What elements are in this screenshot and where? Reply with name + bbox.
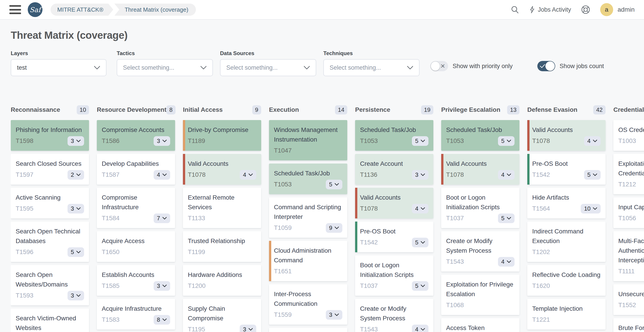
jobs-count-pill[interactable]: 8 [154, 315, 170, 324]
technique-card[interactable]: Boot or Logon Initialization Scripts T10… [441, 188, 520, 228]
jobs-count-pill[interactable]: 10 [581, 204, 600, 214]
technique-title: Exploitation for Privilege Escalation [446, 280, 514, 299]
technique-card[interactable]: Indirect Command Execution T1202 [527, 222, 606, 262]
tactic-count-badge: 9 [252, 105, 261, 114]
breadcrumb-threat-matrix[interactable]: Threat Matrix (coverage) [114, 4, 196, 16]
jobs-count-pill[interactable]: 9 [326, 223, 342, 233]
technique-card[interactable]: Valid Accounts T1078 4 [183, 154, 261, 185]
jobs-count-pill[interactable]: 4 [498, 170, 514, 180]
technique-id: T1056 [618, 215, 636, 222]
technique-card[interactable]: External Remote Services T1133 [183, 188, 261, 228]
jobs-count-pill[interactable]: 4 [584, 136, 600, 146]
technique-card[interactable]: Exploitation for Privilege Escalation T1… [441, 275, 520, 315]
technique-card[interactable]: Compromise Infrastructure T1584 7 [97, 188, 175, 228]
technique-card[interactable]: Compromise Accounts T1586 3 [97, 120, 175, 151]
technique-card[interactable]: Pre-OS Boot T1542 5 [527, 154, 606, 185]
toggle-show-jobs-count[interactable]: ✕ Show jobs count [537, 61, 604, 71]
technique-card[interactable]: Cloud Administration Command T1651 [269, 241, 347, 281]
technique-card[interactable]: Valid Accounts T1078 4 [355, 188, 433, 218]
technique-card[interactable]: Command and Scripting Interpreter T1059 … [269, 197, 347, 238]
jobs-count-pill[interactable]: 5 [498, 214, 514, 223]
toggle-switch[interactable]: ✕ [537, 61, 555, 71]
technique-card[interactable]: Active Scanning T1595 3 [11, 188, 89, 218]
technique-card[interactable]: Brute Force T1110 [613, 318, 644, 332]
layers-select[interactable]: test [11, 59, 106, 76]
menu-hamburger-icon[interactable] [10, 5, 21, 14]
jobs-count-pill[interactable]: 2 [68, 170, 84, 180]
technique-card[interactable]: Develop Capabilities T1587 4 [97, 154, 175, 185]
technique-card[interactable]: Input Capture T1056 [613, 197, 644, 228]
jobs-count-pill[interactable]: 5 [498, 136, 514, 146]
jobs-count-pill[interactable]: 5 [584, 170, 600, 180]
technique-card[interactable]: Hardware Additions T1200 [183, 265, 261, 296]
technique-list: Windows Management Instrumentation T1047… [269, 120, 347, 332]
technique-card[interactable]: Valid Accounts T1078 4 [527, 120, 606, 151]
jobs-count-pill[interactable]: 3 [68, 136, 84, 146]
tactic-column: Credential Access OS Credential Dumping … [613, 104, 644, 332]
jobs-count-pill[interactable]: 7 [154, 214, 170, 223]
jobs-count-pill[interactable]: 4 [498, 257, 514, 267]
chevron-down-icon [304, 66, 310, 69]
toggle-show-priority-only[interactable]: ✕ Show with priority only [430, 61, 513, 71]
technique-card[interactable]: Scheduled Task/Job T1053 5 [441, 120, 520, 151]
data-sources-select[interactable]: Select something... [220, 59, 316, 76]
technique-card[interactable]: Exploitation for Credential Access T1212 [613, 154, 644, 194]
technique-card[interactable]: Create or Modify System Process T1543 4 [441, 231, 520, 271]
technique-card[interactable]: Unsecured Credentials T1552 [613, 284, 644, 315]
jobs-count-pill[interactable]: 4 [412, 204, 428, 214]
jobs-activity-button[interactable]: Jobs Activity [529, 6, 571, 14]
toggle-switch[interactable]: ✕ [430, 61, 448, 71]
jobs-count-pill[interactable]: 5 [412, 136, 428, 146]
technique-card[interactable]: Scheduled Task/Job T1053 5 [269, 163, 347, 194]
technique-card[interactable]: Search Closed Sources T1597 2 [11, 154, 89, 185]
technique-card[interactable]: Pre-OS Boot T1542 5 [355, 222, 433, 252]
jobs-count-pill[interactable]: 3 [154, 136, 170, 146]
breadcrumb-mitre-attack[interactable]: MITRE ATT&CK® [50, 4, 113, 16]
technique-card[interactable]: Search Open Websites/Domains T1593 3 [11, 265, 89, 305]
jobs-count-pill[interactable]: 4 [412, 324, 428, 332]
technique-card[interactable]: Multi-Factor Authentication Interception… [613, 231, 644, 281]
jobs-count-pill[interactable]: 3 [240, 324, 256, 332]
technique-card[interactable]: Valid Accounts T1078 4 [441, 154, 520, 185]
technique-card[interactable]: Drive-by Compromise T1189 [183, 120, 261, 151]
technique-card[interactable]: Acquire Access T1650 [97, 231, 175, 262]
technique-card[interactable]: Hide Artifacts T1564 10 [527, 188, 606, 218]
jobs-count-pill[interactable]: 5 [412, 281, 428, 291]
technique-card[interactable]: Access Token Manipulation T1134 5 [441, 318, 520, 332]
technique-card[interactable]: Trusted Relationship T1199 [183, 231, 261, 262]
chevron-down-icon [507, 139, 511, 142]
technique-card[interactable]: Scheduled Task/Job T1053 5 [355, 120, 433, 151]
jobs-count-pill[interactable]: 4 [240, 170, 256, 180]
technique-card[interactable]: Inter-Process Communication T1559 3 [269, 284, 347, 324]
app-logo[interactable]: Saf [28, 2, 42, 17]
technique-card[interactable]: Acquire Infrastructure T1583 8 [97, 299, 175, 329]
technique-card[interactable]: Serverless Execution T1648 [269, 328, 347, 332]
technique-card[interactable]: Windows Management Instrumentation T1047 [269, 120, 347, 160]
jobs-count-pill[interactable]: 3 [68, 204, 84, 214]
technique-card[interactable]: OS Credential Dumping T1003 [613, 120, 644, 151]
user-menu[interactable]: a admin [600, 3, 634, 16]
techniques-select[interactable]: Select something... [323, 59, 420, 76]
jobs-count-pill[interactable]: 5 [412, 238, 428, 247]
jobs-count-pill[interactable]: 3 [68, 291, 84, 300]
jobs-count-pill[interactable]: 3 [154, 281, 170, 291]
technique-card[interactable]: Create or Modify System Process T1543 4 [355, 299, 433, 332]
technique-card[interactable]: Boot or Logon Initialization Scripts T10… [355, 255, 433, 296]
jobs-count-pill[interactable]: 3 [412, 170, 428, 180]
search-icon[interactable] [510, 5, 520, 14]
help-lifebuoy-icon[interactable] [581, 5, 590, 14]
technique-card[interactable]: Create Account T1136 3 [355, 154, 433, 185]
technique-card[interactable]: Reflective Code Loading T1620 [527, 265, 606, 296]
jobs-count-pill[interactable]: 4 [154, 170, 170, 180]
jobs-count-pill[interactable]: 3 [326, 310, 342, 320]
technique-card[interactable]: Search Victim-Owned Websites T1594 [11, 308, 89, 332]
technique-card[interactable]: Phishing for Information T1598 3 [11, 120, 89, 151]
jobs-count-value: 5 [415, 282, 418, 289]
tactics-select[interactable]: Select something... [117, 59, 213, 76]
jobs-count-pill[interactable]: 5 [68, 247, 84, 257]
technique-card[interactable]: Supply Chain Compromise T1195 3 [183, 299, 261, 332]
technique-card[interactable]: Template Injection T1221 [527, 299, 606, 329]
jobs-count-pill[interactable]: 5 [326, 180, 342, 189]
technique-card[interactable]: Search Open Technical Databases T1596 5 [11, 222, 89, 262]
technique-card[interactable]: Establish Accounts T1585 3 [97, 265, 175, 296]
